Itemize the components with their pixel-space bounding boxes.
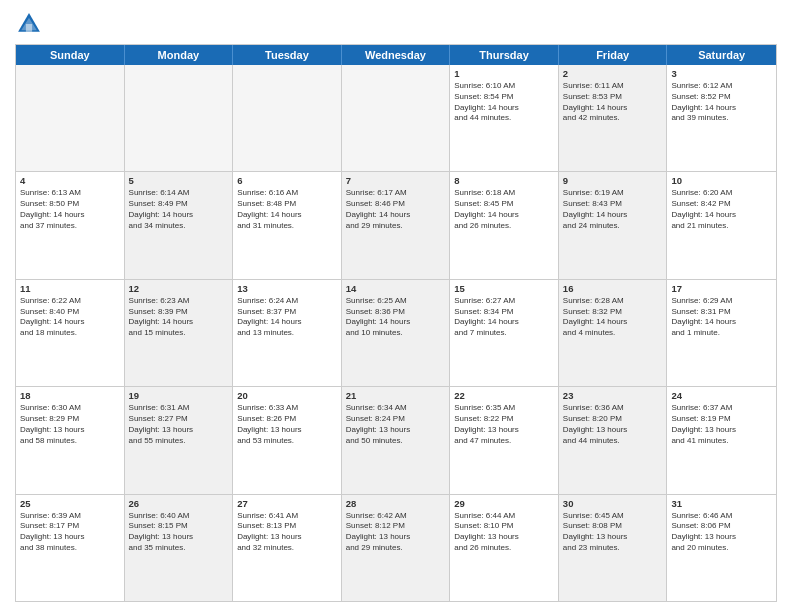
day-number: 7	[346, 175, 446, 186]
cell-info: Sunrise: 6:31 AM Sunset: 8:27 PM Dayligh…	[129, 403, 229, 446]
day-number: 13	[237, 283, 337, 294]
cell-info: Sunrise: 6:24 AM Sunset: 8:37 PM Dayligh…	[237, 296, 337, 339]
cal-cell-28: 28Sunrise: 6:42 AM Sunset: 8:12 PM Dayli…	[342, 495, 451, 601]
cell-info: Sunrise: 6:10 AM Sunset: 8:54 PM Dayligh…	[454, 81, 554, 124]
cell-info: Sunrise: 6:45 AM Sunset: 8:08 PM Dayligh…	[563, 511, 663, 554]
day-number: 17	[671, 283, 772, 294]
cal-header-sunday: Sunday	[16, 45, 125, 65]
calendar: SundayMondayTuesdayWednesdayThursdayFrid…	[15, 44, 777, 602]
cal-cell-empty-1	[125, 65, 234, 171]
day-number: 27	[237, 498, 337, 509]
cell-info: Sunrise: 6:44 AM Sunset: 8:10 PM Dayligh…	[454, 511, 554, 554]
cell-info: Sunrise: 6:28 AM Sunset: 8:32 PM Dayligh…	[563, 296, 663, 339]
cal-cell-6: 6Sunrise: 6:16 AM Sunset: 8:48 PM Daylig…	[233, 172, 342, 278]
cal-cell-21: 21Sunrise: 6:34 AM Sunset: 8:24 PM Dayli…	[342, 387, 451, 493]
cal-cell-31: 31Sunrise: 6:46 AM Sunset: 8:06 PM Dayli…	[667, 495, 776, 601]
cell-info: Sunrise: 6:12 AM Sunset: 8:52 PM Dayligh…	[671, 81, 772, 124]
cell-info: Sunrise: 6:11 AM Sunset: 8:53 PM Dayligh…	[563, 81, 663, 124]
day-number: 15	[454, 283, 554, 294]
cal-week-3: 18Sunrise: 6:30 AM Sunset: 8:29 PM Dayli…	[16, 387, 776, 494]
day-number: 8	[454, 175, 554, 186]
logo	[15, 10, 47, 38]
day-number: 24	[671, 390, 772, 401]
day-number: 28	[346, 498, 446, 509]
cell-info: Sunrise: 6:22 AM Sunset: 8:40 PM Dayligh…	[20, 296, 120, 339]
day-number: 12	[129, 283, 229, 294]
day-number: 11	[20, 283, 120, 294]
cal-cell-22: 22Sunrise: 6:35 AM Sunset: 8:22 PM Dayli…	[450, 387, 559, 493]
cal-cell-24: 24Sunrise: 6:37 AM Sunset: 8:19 PM Dayli…	[667, 387, 776, 493]
day-number: 4	[20, 175, 120, 186]
cal-cell-empty-3	[342, 65, 451, 171]
cal-cell-12: 12Sunrise: 6:23 AM Sunset: 8:39 PM Dayli…	[125, 280, 234, 386]
cal-week-4: 25Sunrise: 6:39 AM Sunset: 8:17 PM Dayli…	[16, 495, 776, 601]
day-number: 5	[129, 175, 229, 186]
calendar-body: 1Sunrise: 6:10 AM Sunset: 8:54 PM Daylig…	[16, 65, 776, 601]
cal-cell-5: 5Sunrise: 6:14 AM Sunset: 8:49 PM Daylig…	[125, 172, 234, 278]
cell-info: Sunrise: 6:35 AM Sunset: 8:22 PM Dayligh…	[454, 403, 554, 446]
cell-info: Sunrise: 6:18 AM Sunset: 8:45 PM Dayligh…	[454, 188, 554, 231]
cal-cell-25: 25Sunrise: 6:39 AM Sunset: 8:17 PM Dayli…	[16, 495, 125, 601]
day-number: 1	[454, 68, 554, 79]
cell-info: Sunrise: 6:36 AM Sunset: 8:20 PM Dayligh…	[563, 403, 663, 446]
cell-info: Sunrise: 6:40 AM Sunset: 8:15 PM Dayligh…	[129, 511, 229, 554]
cal-week-1: 4Sunrise: 6:13 AM Sunset: 8:50 PM Daylig…	[16, 172, 776, 279]
cal-cell-19: 19Sunrise: 6:31 AM Sunset: 8:27 PM Dayli…	[125, 387, 234, 493]
cal-cell-empty-0	[16, 65, 125, 171]
day-number: 19	[129, 390, 229, 401]
cal-cell-17: 17Sunrise: 6:29 AM Sunset: 8:31 PM Dayli…	[667, 280, 776, 386]
cal-cell-18: 18Sunrise: 6:30 AM Sunset: 8:29 PM Dayli…	[16, 387, 125, 493]
cell-info: Sunrise: 6:17 AM Sunset: 8:46 PM Dayligh…	[346, 188, 446, 231]
logo-icon	[15, 10, 43, 38]
cal-cell-29: 29Sunrise: 6:44 AM Sunset: 8:10 PM Dayli…	[450, 495, 559, 601]
cell-info: Sunrise: 6:42 AM Sunset: 8:12 PM Dayligh…	[346, 511, 446, 554]
cell-info: Sunrise: 6:41 AM Sunset: 8:13 PM Dayligh…	[237, 511, 337, 554]
cal-cell-13: 13Sunrise: 6:24 AM Sunset: 8:37 PM Dayli…	[233, 280, 342, 386]
day-number: 23	[563, 390, 663, 401]
cal-cell-20: 20Sunrise: 6:33 AM Sunset: 8:26 PM Dayli…	[233, 387, 342, 493]
cell-info: Sunrise: 6:20 AM Sunset: 8:42 PM Dayligh…	[671, 188, 772, 231]
cal-cell-3: 3Sunrise: 6:12 AM Sunset: 8:52 PM Daylig…	[667, 65, 776, 171]
cal-header-thursday: Thursday	[450, 45, 559, 65]
cal-cell-14: 14Sunrise: 6:25 AM Sunset: 8:36 PM Dayli…	[342, 280, 451, 386]
cal-cell-23: 23Sunrise: 6:36 AM Sunset: 8:20 PM Dayli…	[559, 387, 668, 493]
day-number: 6	[237, 175, 337, 186]
day-number: 16	[563, 283, 663, 294]
cell-info: Sunrise: 6:14 AM Sunset: 8:49 PM Dayligh…	[129, 188, 229, 231]
cal-cell-2: 2Sunrise: 6:11 AM Sunset: 8:53 PM Daylig…	[559, 65, 668, 171]
cal-cell-8: 8Sunrise: 6:18 AM Sunset: 8:45 PM Daylig…	[450, 172, 559, 278]
cal-cell-1: 1Sunrise: 6:10 AM Sunset: 8:54 PM Daylig…	[450, 65, 559, 171]
cal-header-wednesday: Wednesday	[342, 45, 451, 65]
cal-cell-11: 11Sunrise: 6:22 AM Sunset: 8:40 PM Dayli…	[16, 280, 125, 386]
day-number: 25	[20, 498, 120, 509]
cal-header-saturday: Saturday	[667, 45, 776, 65]
day-number: 29	[454, 498, 554, 509]
cal-cell-15: 15Sunrise: 6:27 AM Sunset: 8:34 PM Dayli…	[450, 280, 559, 386]
cell-info: Sunrise: 6:29 AM Sunset: 8:31 PM Dayligh…	[671, 296, 772, 339]
cal-week-0: 1Sunrise: 6:10 AM Sunset: 8:54 PM Daylig…	[16, 65, 776, 172]
cal-cell-30: 30Sunrise: 6:45 AM Sunset: 8:08 PM Dayli…	[559, 495, 668, 601]
cal-cell-4: 4Sunrise: 6:13 AM Sunset: 8:50 PM Daylig…	[16, 172, 125, 278]
day-number: 31	[671, 498, 772, 509]
cell-info: Sunrise: 6:34 AM Sunset: 8:24 PM Dayligh…	[346, 403, 446, 446]
cell-info: Sunrise: 6:46 AM Sunset: 8:06 PM Dayligh…	[671, 511, 772, 554]
cell-info: Sunrise: 6:30 AM Sunset: 8:29 PM Dayligh…	[20, 403, 120, 446]
day-number: 20	[237, 390, 337, 401]
cell-info: Sunrise: 6:13 AM Sunset: 8:50 PM Dayligh…	[20, 188, 120, 231]
day-number: 30	[563, 498, 663, 509]
day-number: 22	[454, 390, 554, 401]
cell-info: Sunrise: 6:16 AM Sunset: 8:48 PM Dayligh…	[237, 188, 337, 231]
cell-info: Sunrise: 6:19 AM Sunset: 8:43 PM Dayligh…	[563, 188, 663, 231]
cell-info: Sunrise: 6:23 AM Sunset: 8:39 PM Dayligh…	[129, 296, 229, 339]
cell-info: Sunrise: 6:27 AM Sunset: 8:34 PM Dayligh…	[454, 296, 554, 339]
cal-cell-27: 27Sunrise: 6:41 AM Sunset: 8:13 PM Dayli…	[233, 495, 342, 601]
cal-header-monday: Monday	[125, 45, 234, 65]
cal-header-tuesday: Tuesday	[233, 45, 342, 65]
svg-rect-2	[26, 24, 32, 32]
cal-cell-9: 9Sunrise: 6:19 AM Sunset: 8:43 PM Daylig…	[559, 172, 668, 278]
cal-cell-16: 16Sunrise: 6:28 AM Sunset: 8:32 PM Dayli…	[559, 280, 668, 386]
day-number: 18	[20, 390, 120, 401]
day-number: 3	[671, 68, 772, 79]
cell-info: Sunrise: 6:33 AM Sunset: 8:26 PM Dayligh…	[237, 403, 337, 446]
cell-info: Sunrise: 6:39 AM Sunset: 8:17 PM Dayligh…	[20, 511, 120, 554]
